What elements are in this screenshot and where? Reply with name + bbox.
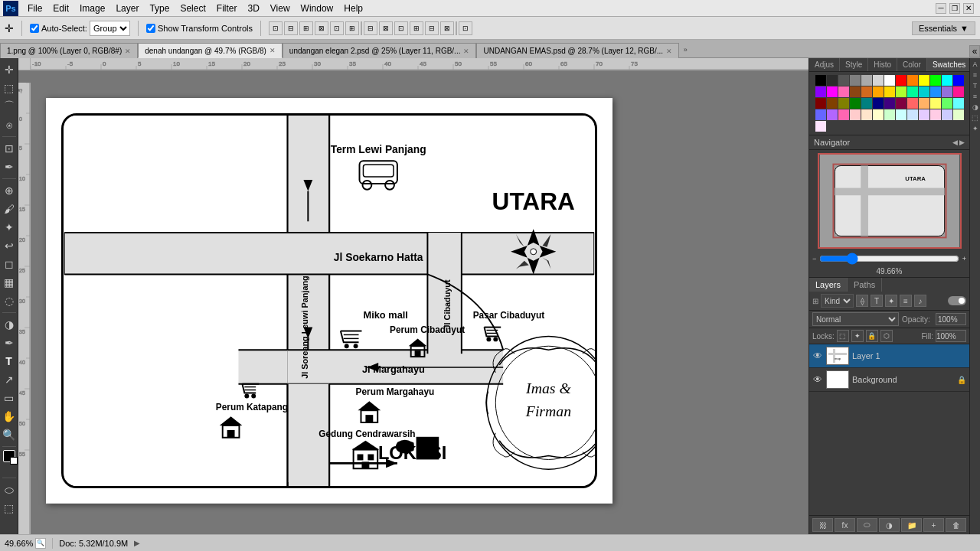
layer-filter-icon5[interactable]: ♪ xyxy=(914,295,926,307)
align-center-h-icon[interactable]: ⊟ xyxy=(284,21,298,35)
swatch-12[interactable] xyxy=(953,75,964,86)
tab-undangan-emas[interactable]: UNDANGAN EMAS.psd @ 28.7% (Layer 12, RGB… xyxy=(476,43,679,58)
align-bottom-icon[interactable]: ⊞ xyxy=(345,21,359,35)
restore-button[interactable]: ❐ xyxy=(949,3,960,14)
show-transform-checkbox[interactable] xyxy=(146,24,155,33)
swatch-40[interactable] xyxy=(827,109,838,120)
swatch-1[interactable] xyxy=(827,75,838,86)
tab-color[interactable]: Color xyxy=(897,58,927,71)
distribute-middle-v-icon[interactable]: ⊟ xyxy=(425,21,439,35)
swatch-23[interactable] xyxy=(930,86,941,97)
tab-histo[interactable]: Histo xyxy=(868,58,897,71)
zoom-in-icon[interactable]: + xyxy=(962,255,966,262)
distribute-bottom-icon[interactable]: ⊠ xyxy=(440,21,454,35)
shape-tool[interactable]: ▭ xyxy=(1,390,18,406)
crop-tool[interactable]: ⊡ xyxy=(1,140,18,157)
tab-layers[interactable]: Layers xyxy=(809,278,848,292)
essentials-button[interactable]: Essentials ▼ xyxy=(912,21,975,35)
lock-pixels-icon[interactable]: ⬚ xyxy=(837,330,849,342)
auto-select-checkbox[interactable] xyxy=(30,24,39,33)
swatch-26[interactable] xyxy=(815,98,826,109)
swatch-21[interactable] xyxy=(907,86,918,97)
strip-icon-5[interactable]: ◑ xyxy=(971,103,980,112)
swatch-7[interactable] xyxy=(896,75,906,86)
layer-filter-icon3[interactable]: ✦ xyxy=(885,295,897,307)
tab-undangan[interactable]: undangan elegan 2.psd @ 25% (Layer 11, R… xyxy=(283,43,477,58)
magic-wand-tool[interactable]: ⍟ xyxy=(1,116,18,133)
type-tool[interactable]: T xyxy=(1,353,18,370)
swatch-31[interactable] xyxy=(873,98,884,109)
swatch-4[interactable] xyxy=(861,75,872,86)
link-layers-button[interactable]: ⛓ xyxy=(812,518,833,532)
swatch-15[interactable] xyxy=(838,86,849,97)
swatch-37[interactable] xyxy=(942,98,952,109)
swatch-0[interactable] xyxy=(815,75,826,86)
eraser-tool[interactable]: ◻ xyxy=(1,256,18,272)
brush-tool[interactable]: 🖌 xyxy=(1,201,18,217)
swatch-28[interactable] xyxy=(838,98,849,109)
strip-icon-2[interactable]: ≡ xyxy=(971,70,980,80)
layer-filter-icon1[interactable]: ⟠ xyxy=(856,295,868,307)
swatch-52[interactable] xyxy=(815,121,826,132)
swatch-46[interactable] xyxy=(896,109,906,120)
menu-image[interactable]: Image xyxy=(75,2,109,15)
swatch-11[interactable] xyxy=(942,75,952,86)
menu-filter[interactable]: Filter xyxy=(212,2,242,15)
menu-select[interactable]: Select xyxy=(175,2,210,15)
tab-denah[interactable]: denah undangan @ 49.7% (RGB/8) ✕ xyxy=(138,43,283,58)
tab-swatches[interactable]: Swatches xyxy=(927,58,972,71)
menu-file[interactable]: File xyxy=(23,2,47,15)
fill-input[interactable] xyxy=(936,330,966,342)
swatch-5[interactable] xyxy=(873,75,884,86)
menu-help[interactable]: Help xyxy=(339,2,368,15)
move-tool[interactable]: ✛ xyxy=(1,61,18,78)
swatch-33[interactable] xyxy=(896,98,906,109)
swatch-2[interactable] xyxy=(838,75,849,86)
mask-button[interactable]: ⬭ xyxy=(857,518,877,532)
swatch-35[interactable] xyxy=(919,98,929,109)
tab-style[interactable]: Style xyxy=(840,58,868,71)
lock-art-icon[interactable]: ⬡ xyxy=(880,330,893,342)
swatch-51[interactable] xyxy=(953,109,964,120)
swatch-17[interactable] xyxy=(861,86,872,97)
marquee-tool[interactable]: ⬚ xyxy=(1,80,18,96)
path-tool[interactable]: ↗ xyxy=(1,371,18,388)
lock-position-icon[interactable]: ✦ xyxy=(851,330,864,342)
clone-stamp-tool[interactable]: ✦ xyxy=(1,219,18,236)
layer-bg-visibility-icon[interactable]: 👁 xyxy=(812,374,823,385)
strip-icon-1[interactable]: A xyxy=(971,60,980,69)
tab-1png-close[interactable]: ✕ xyxy=(125,47,131,55)
distribute-left-icon[interactable]: ⊟ xyxy=(364,21,377,35)
swatch-42[interactable] xyxy=(850,109,861,120)
menu-window[interactable]: Window xyxy=(296,2,338,15)
history-tool[interactable]: ↩ xyxy=(1,237,18,254)
swatch-9[interactable] xyxy=(919,75,929,86)
tab-1png[interactable]: 1.png @ 100% (Layer 0, RGB/8#) ✕ xyxy=(0,43,138,58)
canvas-scroll[interactable]: Term Lewi Panjang Jl Soekarno Hatta Jl S… xyxy=(31,83,808,534)
minimize-button[interactable]: ─ xyxy=(936,3,946,14)
swatch-20[interactable] xyxy=(896,86,906,97)
healing-tool[interactable]: ⊕ xyxy=(1,182,18,199)
arrange-icon[interactable]: ⊡ xyxy=(459,21,472,35)
layer-blend-mode[interactable]: Normal xyxy=(812,312,899,326)
pen-tool[interactable]: ✒ xyxy=(1,334,18,351)
swatch-47[interactable] xyxy=(907,109,918,120)
swatch-50[interactable] xyxy=(942,109,952,120)
distribute-top-icon[interactable]: ⊞ xyxy=(410,21,423,35)
swatch-36[interactable] xyxy=(930,98,941,109)
swatch-30[interactable] xyxy=(861,98,872,109)
navigator-expand-btn[interactable]: ▶ xyxy=(959,139,965,146)
layer-item-background[interactable]: 👁 Background 🔒 xyxy=(809,368,969,392)
menu-layer[interactable]: Layer xyxy=(111,2,143,15)
zoom-tool[interactable]: 🔍 xyxy=(1,426,18,443)
opacity-input[interactable] xyxy=(936,313,966,325)
zoom-out-icon[interactable]: − xyxy=(812,255,816,262)
menu-view[interactable]: View xyxy=(266,2,295,15)
tab-undangan-emas-close[interactable]: ✕ xyxy=(666,47,672,55)
swatch-48[interactable] xyxy=(919,109,929,120)
tab-undangan-close[interactable]: ✕ xyxy=(463,47,469,55)
swatch-19[interactable] xyxy=(884,86,895,97)
collapse-right-panel-button[interactable]: « xyxy=(969,45,980,57)
screen-mode-button[interactable]: ⬚ xyxy=(1,500,18,517)
gradient-tool[interactable]: ▦ xyxy=(1,274,18,291)
